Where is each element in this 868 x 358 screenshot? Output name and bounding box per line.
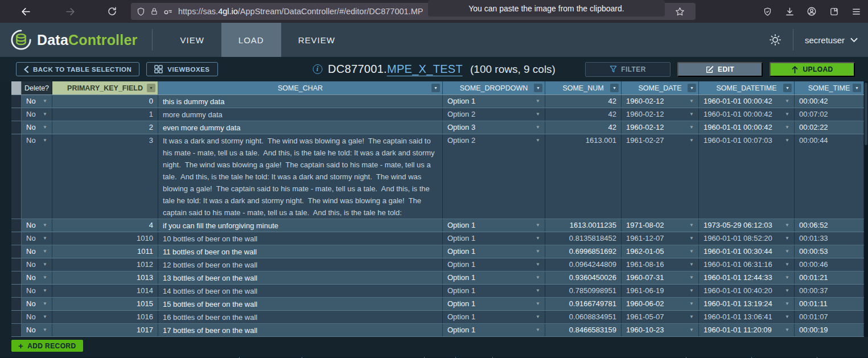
delete-dropdown-cell[interactable]: No▼ xyxy=(22,121,52,134)
primary-key-cell[interactable]: 2 xyxy=(52,121,158,134)
some-char-cell[interactable]: if you can fill the unforgiving minute xyxy=(158,219,443,232)
vertical-scrollbar[interactable] xyxy=(864,81,868,337)
some-datetime-cell[interactable]: 1960-01-01 00:00:42▼ xyxy=(699,121,795,134)
tracking-protection-icon[interactable] xyxy=(761,5,774,18)
some-dropdown-cell[interactable]: Option 1▼ xyxy=(443,258,545,271)
primary-key-cell[interactable]: 4 xyxy=(52,219,158,232)
downloads-icon[interactable] xyxy=(783,5,796,18)
some-datetime-cell[interactable]: 1960-01-01 11:20:09▼ xyxy=(699,324,795,336)
some-datetime-cell[interactable]: 1960-01-01 00:00:42▼ xyxy=(699,95,795,108)
some-time-cell[interactable]: 00:00:37 xyxy=(795,285,864,297)
column-header-some-num[interactable]: SOME_NUM xyxy=(545,81,622,94)
some-dropdown-cell[interactable]: Option 2▼ xyxy=(443,108,545,121)
some-num-cell[interactable]: 0.8135818452 xyxy=(545,232,622,245)
some-time-cell[interactable]: 00:00:42 xyxy=(795,95,864,108)
primary-key-cell[interactable]: 1014 xyxy=(52,285,158,297)
some-num-cell[interactable]: 0.6996851692 xyxy=(545,245,622,258)
primary-key-cell[interactable]: 1015 xyxy=(52,298,158,310)
tab-view[interactable]: VIEW xyxy=(163,23,221,57)
some-char-cell[interactable]: this is dummy data xyxy=(158,95,443,108)
firefox-view-icon[interactable] xyxy=(828,5,840,18)
some-char-cell[interactable]: 17 bottles of beer on the wall xyxy=(158,324,443,336)
column-filter-icon[interactable] xyxy=(688,84,696,92)
some-datetime-cell[interactable]: 1960-01-01 00:07:03▼ xyxy=(699,134,795,219)
column-header-some-char[interactable]: SOME_CHAR xyxy=(158,81,443,94)
some-char-cell[interactable]: 10 bottles of beer on the wall xyxy=(158,232,443,245)
delete-dropdown-cell[interactable]: No▼ xyxy=(22,324,52,336)
some-num-cell[interactable]: 0.7850998951 xyxy=(545,285,622,297)
some-num-cell[interactable]: 0.0964244809 xyxy=(545,258,622,271)
some-dropdown-cell[interactable]: Option 1▼ xyxy=(443,285,545,297)
delete-dropdown-cell[interactable]: No▼ xyxy=(22,298,52,310)
column-header-some-dropdown[interactable]: SOME_DROPDOWN xyxy=(443,81,545,94)
column-header-some-date[interactable]: SOME_DATE xyxy=(622,81,699,94)
table-name-link[interactable]: MPE_X_TEST xyxy=(387,63,463,76)
some-dropdown-cell[interactable]: Option 2▼ xyxy=(443,134,545,219)
some-date-cell[interactable]: 1960-06-02▼ xyxy=(622,298,699,310)
permissions-icon[interactable] xyxy=(163,7,173,15)
some-char-cell[interactable]: 13 bottles of beer on the wall xyxy=(158,271,443,284)
filter-button[interactable]: FILTER xyxy=(585,62,670,77)
delete-dropdown-cell[interactable]: No▼ xyxy=(22,108,52,121)
some-char-cell[interactable]: more dummy data xyxy=(158,108,443,121)
column-header-primary-key[interactable]: PRIMARY_KEY_FIELD xyxy=(52,81,158,94)
some-dropdown-cell[interactable]: Option 1▼ xyxy=(443,232,545,245)
some-char-cell[interactable]: 15 bottles of beer on the wall xyxy=(158,298,443,310)
some-datetime-cell[interactable]: 1960-01-01 06:31:16▼ xyxy=(699,258,795,271)
some-char-cell[interactable]: 12 bottles of beer on the wall xyxy=(158,258,443,271)
some-date-cell[interactable]: 1960-02-12▼ xyxy=(622,95,699,108)
primary-key-cell[interactable]: 1016 xyxy=(52,311,158,323)
primary-key-cell[interactable]: 3 xyxy=(52,134,158,219)
primary-key-cell[interactable]: 1011 xyxy=(52,245,158,258)
some-char-cell[interactable]: It was a dark and stormy night. The wind… xyxy=(158,134,443,219)
some-dropdown-cell[interactable]: Option 1▼ xyxy=(443,245,545,258)
tab-review[interactable]: REVIEW xyxy=(281,23,352,57)
user-menu[interactable]: secretuser xyxy=(805,35,858,45)
some-char-cell[interactable]: even more dummy data xyxy=(158,121,443,134)
column-header-some-datetime[interactable]: SOME_DATETIME xyxy=(699,81,795,94)
delete-dropdown-cell[interactable]: No▼ xyxy=(22,245,52,258)
some-datetime-cell[interactable]: 1960-01-01 00:00:42▼ xyxy=(699,108,795,121)
back-to-table-selection-button[interactable]: BACK TO TABLE SELECTION xyxy=(16,62,139,76)
some-time-cell[interactable]: 00:01:33 xyxy=(795,232,864,245)
some-date-cell[interactable]: 1961-06-19▼ xyxy=(622,285,699,297)
bookmark-star-icon[interactable] xyxy=(675,7,685,17)
some-time-cell[interactable]: 00:06:52 xyxy=(795,219,864,232)
some-datetime-cell[interactable]: 1960-01-01 08:52:20▼ xyxy=(699,232,795,245)
some-date-cell[interactable]: 1971-08-02▼ xyxy=(622,219,699,232)
some-datetime-cell[interactable]: 1960-01-01 00:30:44▼ xyxy=(699,245,795,258)
some-num-cell[interactable]: 42 xyxy=(545,121,622,134)
edit-button[interactable]: EDIT xyxy=(677,62,763,77)
some-char-cell[interactable]: 11 bottles of beer on the wall xyxy=(158,245,443,258)
some-time-cell[interactable]: 00:00:46 xyxy=(795,258,864,271)
some-dropdown-cell[interactable]: Option 1▼ xyxy=(443,298,545,310)
some-char-cell[interactable]: 14 bottles of beer on the wall xyxy=(158,285,443,297)
column-filter-icon[interactable] xyxy=(431,84,440,92)
some-datetime-cell[interactable]: 1960-01-01 00:40:20▼ xyxy=(699,285,795,297)
delete-dropdown-cell[interactable]: No▼ xyxy=(22,271,52,284)
some-time-cell[interactable]: 00:00:53 xyxy=(795,245,864,258)
primary-key-cell[interactable]: 0 xyxy=(52,95,158,108)
delete-dropdown-cell[interactable]: No▼ xyxy=(22,219,52,232)
column-filter-icon[interactable] xyxy=(534,84,542,92)
delete-dropdown-cell[interactable]: No▼ xyxy=(22,285,52,297)
some-date-cell[interactable]: 1962-01-05▼ xyxy=(622,245,699,258)
tab-load[interactable]: LOAD xyxy=(221,23,281,57)
account-icon[interactable] xyxy=(805,5,818,18)
column-header-delete[interactable]: Delete? xyxy=(22,81,52,94)
some-time-cell[interactable]: 00:00:44 xyxy=(795,134,864,219)
some-num-cell[interactable]: 42 xyxy=(545,108,622,121)
some-time-cell[interactable]: 00:01:11 xyxy=(795,298,864,310)
info-icon[interactable]: i xyxy=(312,64,322,74)
some-num-cell[interactable]: 0.8466583159 xyxy=(545,324,622,336)
primary-key-cell[interactable]: 1013 xyxy=(52,271,158,284)
column-filter-icon[interactable] xyxy=(853,84,861,92)
some-num-cell[interactable]: 42 xyxy=(545,95,622,108)
some-num-cell[interactable]: 0.9166749781 xyxy=(545,298,622,310)
some-date-cell[interactable]: 1960-07-31▼ xyxy=(622,271,699,284)
some-date-cell[interactable]: 1961-12-07▼ xyxy=(622,232,699,245)
some-datetime-cell[interactable]: 1973-05-29 06:12:03▼ xyxy=(699,219,795,232)
primary-key-cell[interactable]: 1017 xyxy=(52,324,158,336)
some-time-cell[interactable]: 00:01:07 xyxy=(795,311,864,323)
some-date-cell[interactable]: 1960-02-12▼ xyxy=(622,108,699,121)
